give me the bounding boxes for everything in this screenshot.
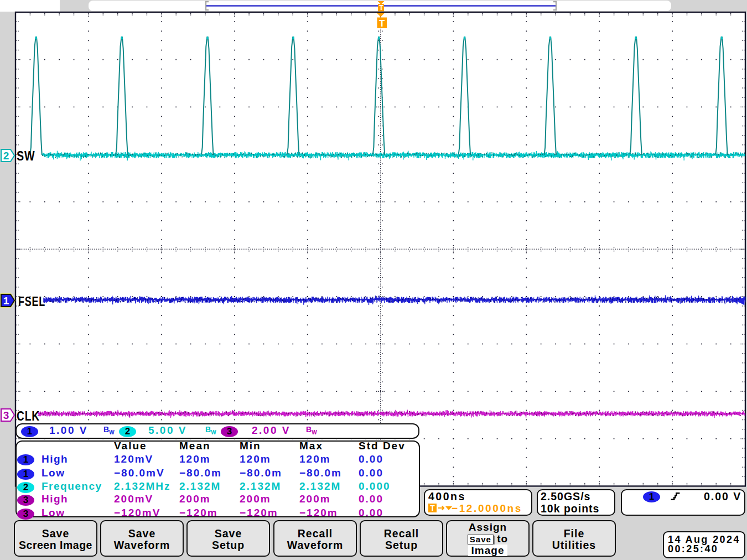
svg-text:T: T [379, 18, 385, 29]
svg-text:1: 1 [3, 295, 9, 307]
svg-text:2: 2 [3, 150, 9, 162]
svg-text:3: 3 [3, 409, 9, 421]
svg-text:T: T [430, 504, 435, 512]
